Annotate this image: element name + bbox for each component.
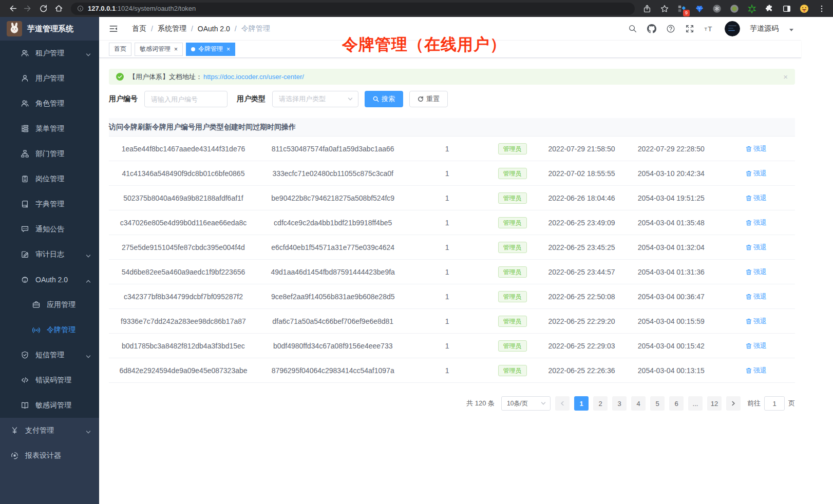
sidebar-menu-item[interactable]: 令牌管理 [0,317,99,342]
page-size-select[interactable]: 10条/页 [501,396,551,411]
doc-link[interactable]: https://doc.iocoder.cn/user-center/ [203,73,304,81]
sidebar: 芋道管理系统 租户管理 用户管理 角色管理 [0,17,99,504]
sidebar-menu-item[interactable]: 支付管理 [0,418,99,443]
side-panel-icon[interactable] [781,3,793,15]
browser-menu-icon[interactable] [816,3,828,15]
prev-page-button[interactable] [555,396,570,411]
sidebar-menu-item[interactable]: 租户管理 [0,41,99,66]
page-number-button[interactable]: 4 [631,396,646,411]
sidebar-menu-item[interactable]: 报表设计器 [0,443,99,468]
browser-forward-button[interactable] [21,2,35,16]
force-logout-button[interactable]: 强退 [746,366,767,375]
table-row[interactable]: c347026e805e4d99b0d116eae66eda8c cdfc4ce… [109,210,795,235]
extension-green-star-icon[interactable] [746,3,758,15]
force-logout-button[interactable]: 强退 [746,267,767,277]
sidebar-menu-item[interactable]: 应用管理 [0,292,99,317]
user-type-cell: 管理员 [486,266,539,278]
force-logout-button[interactable]: 强退 [746,317,767,326]
user-type-cell: 管理员 [486,340,539,352]
sidebar-menu-item[interactable]: 通知公告 [0,217,99,242]
sidebar-menu-item[interactable]: 菜单管理 [0,116,99,141]
user-type-badge: 管理员 [498,192,527,204]
share-icon[interactable] [641,3,653,15]
column-header: 用户编号 [166,118,195,136]
table-row[interactable]: c342377bf8b344799dcbf7bf095287f2 9ce8ef2… [109,284,795,308]
user-icon [21,74,29,83]
breadcrumb-separator: / [191,25,193,33]
sidebar-menu-item[interactable]: 敏感词管理 [0,393,99,418]
sidebar-menu-item[interactable]: 用户管理 [0,66,99,91]
browser-back-button[interactable] [5,2,20,16]
page-info-icon[interactable] [77,5,84,12]
breadcrumb-item[interactable]: 系统管理 [158,24,186,33]
fullscreen-icon[interactable] [685,24,695,34]
alert-close-icon[interactable]: × [783,72,788,81]
breadcrumb-item[interactable]: 首页 [132,24,146,33]
extensions-puzzle-icon[interactable] [763,3,775,15]
table-row[interactable]: 275e5de9151045fe87cbdc395e004f4d e6cfd40… [109,235,795,259]
user-id-input[interactable] [144,91,228,107]
page-number-button[interactable]: 6 [669,396,684,411]
breadcrumb-item[interactable]: OAuth 2.0 [198,25,230,33]
force-logout-button[interactable]: 强退 [746,144,767,153]
help-icon[interactable] [666,24,676,34]
force-logout-button[interactable]: 强退 [746,292,767,301]
browser-home-button[interactable] [51,2,66,16]
view-tab[interactable]: 首页 [109,43,131,56]
table-row[interactable]: 54d6be82ee5a460a9aedc1f9bf223656 49d1aa4… [109,259,795,284]
sidebar-menu-item[interactable]: 字典管理 [0,191,99,217]
page-number-button[interactable]: 3 [612,396,627,411]
sidebar-toggle-icon[interactable] [108,23,119,34]
github-icon[interactable] [647,24,657,34]
annotation-text: 令牌管理（在线用户） [342,34,506,55]
user-avatar[interactable] [725,21,740,36]
force-logout-button[interactable]: 强退 [746,193,767,203]
force-logout-button[interactable]: 强退 [746,243,767,252]
browser-reload-button[interactable] [36,2,50,16]
page-number-button[interactable]: ... [688,396,703,411]
profile-avatar-emoji[interactable] [798,3,810,15]
extension-green-circle-icon[interactable] [728,3,741,15]
page-number-button[interactable]: 2 [593,396,608,411]
tab-close-icon[interactable]: × [226,46,230,52]
user-type-select[interactable]: 请选择用户类型 [272,91,358,107]
table-row[interactable]: 41c41346a548490f9dc8b01c6bfe0865 333ecfc… [109,161,795,185]
app-logo-row[interactable]: 芋道管理系统 [0,17,99,41]
sidebar-menu-item[interactable]: 审计日志 [0,242,99,267]
page-number-button[interactable]: 12 [707,396,722,411]
sidebar-menu-item[interactable]: OAuth 2.0 [0,267,99,292]
view-tab[interactable]: 令牌管理 × [186,43,235,56]
search-button[interactable]: 搜索 [365,91,403,107]
force-logout-button[interactable]: 强退 [746,169,767,178]
sidebar-menu-item[interactable]: 短信管理 [0,342,99,367]
next-page-button[interactable] [726,396,741,411]
username[interactable]: 芋道源码 [750,24,779,33]
table-row[interactable]: b0d1785bc3a8482f812db4a3f3bd15ec b0df498… [109,333,795,358]
caret-down-icon[interactable] [789,29,793,31]
extension-gray-circle-icon[interactable] [711,3,723,15]
table-row[interactable]: 502375b8040a469a9b82188afdf6af1f be90422… [109,185,795,210]
extension-gem-icon[interactable] [693,3,706,15]
reset-button[interactable]: 重置 [409,91,448,107]
goto-page-input[interactable] [764,396,785,411]
font-size-icon[interactable]: TT [704,24,714,34]
sidebar-menu-item[interactable]: 错误码管理 [0,367,99,393]
table-row[interactable]: 1ea5e44f8bc1467aaede43144f31de76 811c530… [109,136,795,161]
tab-close-icon[interactable]: × [174,46,178,52]
sidebar-menu-item[interactable]: 角色管理 [0,91,99,116]
address-bar[interactable]: 127.0.0.1:1024/system/oauth2/token [71,3,635,15]
force-logout-button[interactable]: 强退 [746,218,767,227]
sidebar-item-label: OAuth 2.0 [35,276,68,284]
extension-tampermonkey-icon[interactable]: 9 [676,3,688,15]
table-row[interactable]: 6d842e2924594de9a09e45e087323abe 8796295… [109,358,795,382]
table-row[interactable]: f9336e7c7dd242a283ee98dc86b17a87 dfa6c71… [109,308,795,333]
breadcrumb-item[interactable]: 令牌管理 [241,24,270,33]
page-number-button[interactable]: 1 [574,396,589,411]
sidebar-menu-item[interactable]: 部门管理 [0,141,99,166]
force-logout-button[interactable]: 强退 [746,341,767,351]
search-icon[interactable] [628,24,638,34]
page-number-button[interactable]: 5 [650,396,665,411]
sidebar-menu-item[interactable]: 岗位管理 [0,166,99,191]
view-tab[interactable]: 敏感词管理 × [135,43,183,56]
bookmark-star-icon[interactable] [658,3,671,15]
